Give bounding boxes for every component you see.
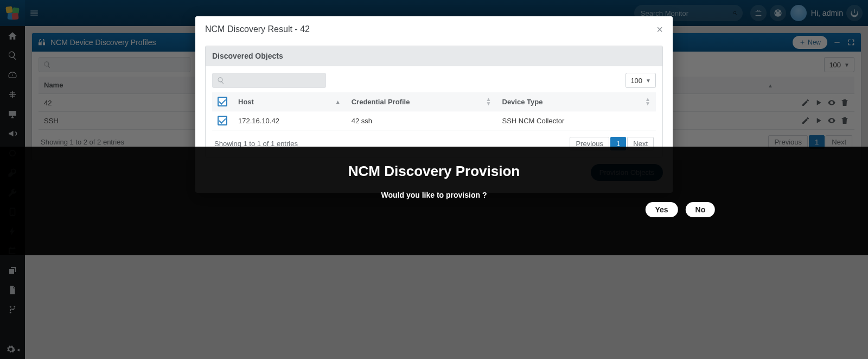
cell-host: 172.16.10.42 (233, 111, 346, 130)
check-all[interactable] (218, 97, 227, 106)
modal-page-size-select[interactable]: 100 ▼ (626, 73, 656, 88)
search-icon (217, 77, 225, 84)
modal-pager-page-1[interactable]: 1 (610, 137, 626, 150)
discovered-objects-title: Discovered Objects (206, 46, 662, 66)
cell-credential: 42 ssh (346, 111, 497, 130)
modal-search[interactable] (212, 73, 326, 88)
modal-pager: Previous 1 Next (570, 137, 654, 150)
modal-search-input[interactable] (228, 76, 321, 85)
modal-table-summary: Showing 1 to 1 of 1 entries (214, 140, 298, 148)
sort-asc-icon: ▲ (335, 99, 341, 105)
modal-pager-next[interactable]: Next (627, 137, 654, 150)
chevron-down-icon: ▼ (646, 78, 651, 84)
row-checkbox[interactable] (218, 116, 227, 125)
cell-device-type: SSH NCM Collector (497, 111, 656, 130)
col-host[interactable]: Host▲ (233, 92, 346, 111)
sort-icon: ▲▼ (486, 97, 492, 106)
provision-objects-button[interactable]: Provision Objects (591, 164, 663, 181)
col-credential[interactable]: Credential Profile▲▼ (346, 92, 497, 111)
confirm-dialog: NCM Discovery Provision Would you like t… (348, 163, 520, 213)
confirm-yes-button[interactable]: Yes (645, 202, 678, 217)
modal-page-size-value: 100 (630, 77, 642, 85)
col-device-type[interactable]: Device Type▲▼ (497, 92, 656, 111)
modal-pager-prev[interactable]: Previous (570, 137, 609, 150)
sort-icon: ▲▼ (645, 97, 650, 106)
confirm-message: Would you like to provision ? (348, 191, 520, 199)
modal-title: NCM Discovery Result - 42 (205, 24, 310, 34)
confirm-title: NCM Discovery Provision (348, 163, 520, 180)
table-row: 172.16.10.42 42 ssh SSH NCM Collector (212, 111, 656, 130)
modal-close-button[interactable]: × (656, 24, 663, 35)
confirm-no-button[interactable]: No (686, 202, 716, 217)
discovered-table: Host▲ Credential Profile▲▼ Device Type▲▼… (212, 92, 656, 130)
